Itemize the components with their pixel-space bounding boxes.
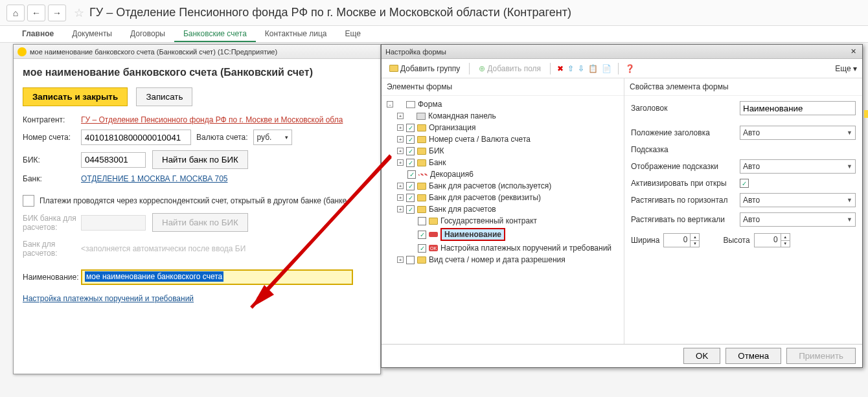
payment-settings-link[interactable]: Настройка платежных поручений и требован… [23,294,194,303]
help-icon[interactable]: ❓ [625,64,635,73]
account-input[interactable] [81,130,191,145]
ok-button[interactable]: OK [683,348,720,364]
folder-icon [417,206,426,213]
menu-contacts[interactable]: Контактные лица [256,26,336,42]
move-up-icon[interactable]: ⇧ [567,64,574,73]
tree-node-7[interactable]: +✓Банк для расчетов (используется) [385,180,620,192]
menu-bank-accounts[interactable]: Банковские счета [174,26,256,42]
close-icon[interactable]: ✕ [848,47,858,57]
add-group-button[interactable]: Добавить группу [387,63,463,74]
window-title-text: мое наименование банковского счета (Банк… [30,48,277,56]
more-dropdown[interactable]: Еще ▾ [835,64,857,73]
checkbox-icon[interactable]: ✓ [406,147,415,155]
find-bank-button[interactable]: Найти банк по БИК [152,150,248,169]
paste-icon[interactable]: 📄 [602,64,611,73]
move-down-icon[interactable]: ⇩ [578,64,584,73]
expand-icon[interactable]: + [397,206,404,212]
save-button[interactable]: Записать [136,87,192,106]
menu-more[interactable]: Еще [336,26,370,42]
tree-node-5[interactable]: +✓Банк [385,157,620,168]
checkbox-icon[interactable]: ✓ [418,244,426,253]
prop-hint-display-label: Отображение подсказки [631,162,740,171]
via-corr-account-checkbox[interactable] [23,195,34,207]
tree-node-1[interactable]: +Командная панель [385,110,620,122]
menu-contracts[interactable]: Договоры [121,26,174,42]
forward-button[interactable]: → [48,5,66,21]
tree-node-3[interactable]: +✓Номер счета / Валюта счета [385,133,620,145]
expand-icon[interactable]: + [397,124,404,131]
prop-activate-checkbox[interactable]: ✓ [740,179,749,188]
prop-width-label: Ширина [631,236,659,245]
folder-icon [429,218,438,225]
bik-input[interactable] [81,152,146,168]
checkbox-icon[interactable]: ✓ [406,182,415,190]
bank-link[interactable]: ОТДЕЛЕНИЕ 1 МОСКВА Г. МОСКВА 705 [81,174,228,183]
tree-node-0[interactable]: -Форма [385,98,620,110]
tree-node-10[interactable]: Государственный контракт [385,215,620,227]
form-title: мое наименование банковского счета (Банк… [23,67,371,78]
checkbox-icon[interactable]: ✓ [406,159,415,167]
menu-documents[interactable]: Документы [63,26,121,42]
expand-icon[interactable]: + [397,136,404,142]
menu-main[interactable]: Главное [13,26,63,42]
delete-icon[interactable]: ✖ [557,64,564,73]
checkbox-icon[interactable] [406,256,415,264]
bank-account-form-window: мое наименование банковского счета (Банк… [13,44,381,374]
name-input[interactable]: мое наименование банковского счета [81,269,353,285]
window-titlebar: мое наименование банковского счета (Банк… [14,45,380,59]
topbar: ⌂ ← → ☆ ГУ – Отделение Пенсионного фонда… [0,0,868,26]
folder-icon [417,194,426,201]
folder-icon [417,124,426,131]
tree-node-13[interactable]: +Вид счета / номер и дата разрешения [385,254,620,266]
expand-icon[interactable]: + [397,148,404,154]
prop-stretch-h-select[interactable]: Авто▼ [740,193,856,207]
checkbox-icon[interactable]: ✓ [407,170,416,179]
expand-icon[interactable]: - [387,101,393,108]
checkbox-icon[interactable]: ✓ [406,124,415,132]
copy-icon[interactable]: 📋 [588,64,598,73]
menubar: Главное Документы Договоры Банковские сч… [0,26,868,43]
expand-icon[interactable]: + [397,113,404,119]
checkbox-icon[interactable] [418,217,426,225]
prop-width-input[interactable]: 0▲▼ [663,233,700,247]
prop-stretch-h-label: Растягивать по горизонтал [631,196,740,205]
prop-hint-display-select[interactable]: Авто▼ [740,159,856,174]
star-icon[interactable]: ☆ [74,6,84,20]
currency-select[interactable]: руб.▾ [253,130,292,145]
apply-button: Применить [786,348,856,364]
prop-title-pos-select[interactable]: Авто▼ [740,126,856,140]
tree-node-2[interactable]: +✓Организация [385,122,620,133]
tree-node-12[interactable]: ✓OKНастройка платежных поручений и требо… [385,242,620,254]
home-button[interactable]: ⌂ [6,5,25,21]
tree-node-6[interactable]: ✓Декорация6 [385,168,620,180]
tree-node-4[interactable]: +✓БИК [385,145,620,157]
form-elements-tree[interactable]: -Форма+Командная панель+✓Организация+✓Но… [382,96,624,344]
folder-icon [417,183,426,190]
bik-label: БИК: [23,155,81,164]
form-settings-toolbar: Добавить группу ⊕Добавить поля ✖ ⇧ ⇩ 📋 📄… [382,59,862,78]
back-button[interactable]: ← [27,5,45,21]
tree-node-9[interactable]: +✓Банк для расчетов [385,203,620,215]
prop-stretch-v-select[interactable]: Авто▼ [740,212,856,227]
checkbox-icon[interactable]: ✓ [418,231,426,239]
checkbox-icon[interactable]: ✓ [406,135,415,144]
counterparty-link[interactable]: ГУ – Отделение Пенсионного фонда РФ по г… [81,115,343,124]
bank2-placeholder: <заполняется автоматически после ввода Б… [81,244,246,253]
save-and-close-button[interactable]: Записать и закрыть [23,87,128,106]
tree-node-8[interactable]: +✓Банк для расчетов (реквизиты) [385,192,620,203]
expand-icon[interactable]: + [397,256,404,263]
tree-node-11[interactable]: ✓Наименование [385,227,620,242]
checkbox-icon[interactable]: ✓ [406,194,415,202]
form-settings-titlebar: Настройка формы ✕ [382,45,862,59]
form-settings-footer: OK Отмена Применить [382,344,862,367]
expand-icon[interactable]: + [397,183,404,189]
add-fields-button: ⊕Добавить поля [476,63,543,74]
expand-icon[interactable]: + [397,194,404,201]
cancel-button[interactable]: Отмена [725,348,781,364]
tree-node-label: Государственный контракт [440,216,537,225]
prop-title-input[interactable] [740,101,856,115]
expand-icon[interactable]: + [397,159,404,166]
tree-node-label: Командная панель [428,111,496,120]
prop-height-input[interactable]: 0▲▼ [754,233,790,247]
checkbox-icon[interactable]: ✓ [406,205,415,214]
